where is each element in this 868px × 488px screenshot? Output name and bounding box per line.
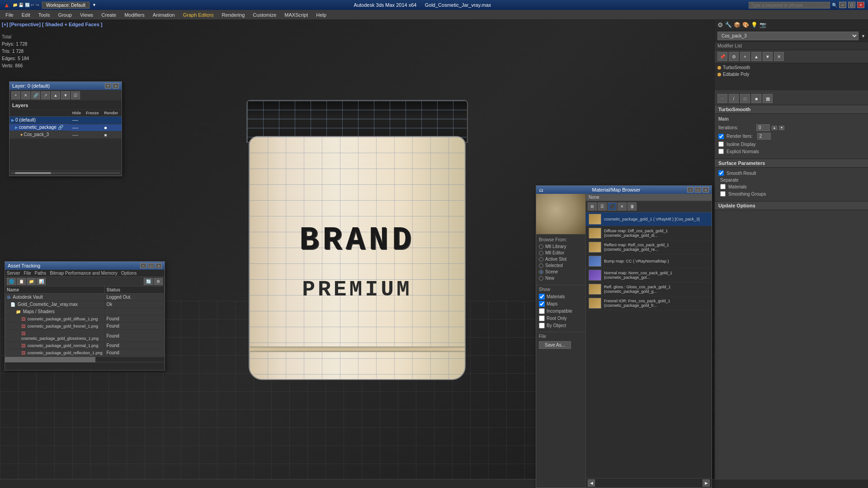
iterations-input[interactable]: 0 [756,124,770,131]
mat-scroll-right-btn[interactable]: ▶ [703,479,710,487]
asset-btn-2[interactable]: 📋 [17,278,26,285]
asset-menu-options[interactable]: Options [121,271,137,276]
layers-close-button[interactable]: × [113,83,119,89]
radio-mtl-library[interactable]: Mtl Library [539,244,583,249]
panel-icon-6[interactable]: 📷 [760,22,766,28]
workspace-label[interactable]: Workspace: Default [42,2,90,9]
menu-tools[interactable]: Tools [35,11,54,19]
asset-menu-file[interactable]: File [24,271,31,276]
smoothing-groups-checkbox[interactable] [720,191,726,197]
layer-down-btn[interactable]: ▼ [61,91,70,99]
table-row[interactable]: 📁 Maps / Shaders [5,308,165,315]
menu-group[interactable]: Group [54,11,75,19]
layer-add-btn[interactable]: + [11,91,20,99]
asset-menu-paths[interactable]: Paths [35,271,47,276]
menu-maxscript[interactable]: MAXScript [281,11,311,19]
asset-scrollbar-h[interactable] [5,357,165,362]
table-row[interactable]: 🖼 cosmetic_package_gold_diffuse_1.png Fo… [5,315,165,323]
list-item[interactable]: cosmetic_package_gold_1 ( VRayMtl ) [Cos… [586,212,712,226]
menu-rendering[interactable]: Rendering [218,11,249,19]
mat-save-as-button[interactable]: Save As... [539,341,571,349]
asset-btn-1[interactable]: 🌐 [7,278,16,285]
table-row[interactable]: 📄 Gold_Cosmetic_Jar_vray.max Ok [5,301,165,308]
layers-scrollbar[interactable] [9,171,122,175]
panel-icon-4[interactable]: 🎨 [742,22,749,28]
turbosmooth-header[interactable]: TurboSmooth [715,105,868,114]
show-maps-checkbox[interactable] [539,301,545,307]
maximize-button[interactable]: □ [848,2,855,8]
update-options-header[interactable]: Update Options [715,202,868,210]
table-row[interactable]: 🖼 cosmetic_package_gold_normal_1.png Fou… [5,342,165,349]
layer-freeze-0[interactable] [84,117,102,124]
menu-graph-editors[interactable]: Graph Editors [179,11,217,19]
layer-hide-2[interactable]: ---- [71,131,84,138]
radio-mtl-editor[interactable]: Mtl Editor [539,250,583,255]
asset-menu-bitmap[interactable]: Bitmap Performance and Memory [50,271,118,276]
modifier-add-button[interactable]: + [740,52,750,61]
layer-select-btn[interactable]: ☑ [71,91,80,99]
mat-close-button[interactable]: × [703,187,709,192]
layers-help-button[interactable]: ? [105,83,111,89]
pin-button[interactable]: 📌 [717,52,727,61]
radio-scene-btn[interactable] [539,270,543,274]
by-object-checkbox[interactable] [539,323,545,328]
menu-customize[interactable]: Customize [249,11,280,19]
render-iters-checkbox[interactable] [718,134,724,139]
list-item[interactable]: Fresnel IOR: Fres_cos_pack_gold_1 (cosme… [586,296,712,310]
sub-select-edge[interactable]: / [729,94,739,103]
radio-scene[interactable]: Scene [539,269,583,274]
sub-select-poly[interactable]: ■ [751,94,761,103]
radio-mtl-editor-btn[interactable] [539,251,543,255]
surface-params-header[interactable]: Surface Parameters [715,159,868,168]
asset-btn-4[interactable]: 📊 [37,278,46,285]
modifier-object-dropdown[interactable]: Cos_pack_3 [717,32,859,40]
asset-btn-3[interactable]: 📁 [27,278,36,285]
iterations-spinner-up[interactable]: ▲ [772,126,777,130]
modifier-config-button[interactable]: ⚙ [729,52,739,61]
menu-create[interactable]: Create [98,11,120,19]
table-row[interactable]: ▶ cosmetic_package 🔗 ---- ■ [9,124,122,131]
mat-maximize-button[interactable]: □ [695,187,701,192]
close-button[interactable]: × [857,2,864,8]
layer-hide-1[interactable]: ---- [71,124,84,131]
asset-refresh-btn[interactable]: 🔄 [144,278,153,285]
table-row[interactable]: 🏛 Autodesk Vault Logged Out. [5,294,165,301]
modifier-down-button[interactable]: ▼ [763,52,773,61]
list-item[interactable]: Reflect map: Refl_cos_pack_gold_1 (cosme… [586,240,712,254]
menu-edit[interactable]: Edit [18,11,34,19]
mat-minimize-button[interactable]: − [687,187,693,192]
show-materials-checkbox[interactable] [539,294,545,300]
isoline-checkbox[interactable] [718,141,724,147]
list-item[interactable]: Diffuse map: Diff_cos_pack_gold_1 (cosme… [586,226,712,240]
radio-active-slot-btn[interactable] [539,257,543,262]
modifier-delete-button[interactable]: ✕ [774,52,784,61]
layer-freeze-2[interactable] [84,131,102,138]
radio-new-btn[interactable] [539,276,543,281]
list-item[interactable]: Normal map: Norm_cos_pack_gold_1 (cosmet… [586,268,712,282]
mat-delete-btn[interactable]: 🗑 [627,202,637,211]
asset-settings-btn[interactable]: ⚙ [154,278,163,285]
sub-select-border[interactable]: □ [740,94,750,103]
layer-render-0[interactable] [102,117,122,124]
modifier-item-edpoly[interactable]: Editable Poly [716,71,867,78]
radio-active-slot[interactable]: Active Slot [539,257,583,262]
menu-modifiers[interactable]: Modifiers [121,11,148,19]
list-item[interactable]: Bump map: CC ( VRayNormalMap ) [586,254,712,268]
table-row[interactable]: 🖼 cosmetic_package_gold_reflection_1.png… [5,349,165,357]
layer-hide-0[interactable]: ---- [71,117,84,124]
workspace-arrow[interactable]: ▼ [92,3,96,7]
explicit-normals-checkbox[interactable] [718,149,724,154]
modifier-up-button[interactable]: ▲ [751,52,761,61]
render-iters-input[interactable]: 2 [757,133,771,140]
layer-move-btn[interactable]: ↗ [41,91,50,99]
menu-animation[interactable]: Animation [149,11,179,19]
show-incompatible-checkbox[interactable] [539,308,545,314]
search-input[interactable] [749,2,830,9]
panel-icon-2[interactable]: 🔧 [725,22,732,28]
dropdown-arrow[interactable]: ▼ [861,34,865,38]
materials-checkbox[interactable] [720,184,726,189]
menu-file[interactable]: File [2,11,17,19]
layer-link-btn[interactable]: 🔗 [31,91,40,99]
table-row[interactable]: ▶ 0 (default) ---- [9,117,122,124]
search-icon[interactable]: 🔍 [832,3,837,8]
